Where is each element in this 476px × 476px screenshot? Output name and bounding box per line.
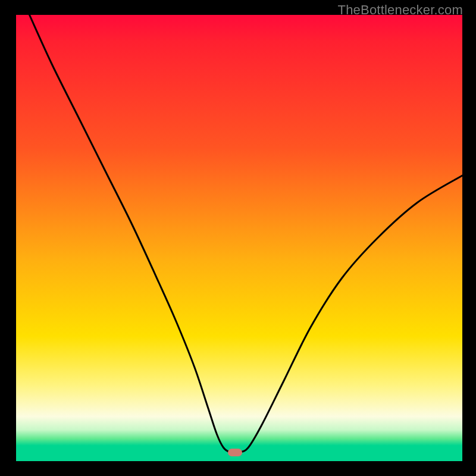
curve-layer: [16, 15, 462, 461]
optimum-marker: [228, 449, 242, 456]
watermark-text: TheBottlenecker.com: [338, 2, 463, 18]
bottleneck-chart: TheBottlenecker.com: [0, 0, 476, 476]
bottleneck-curve-path: [30, 15, 463, 453]
